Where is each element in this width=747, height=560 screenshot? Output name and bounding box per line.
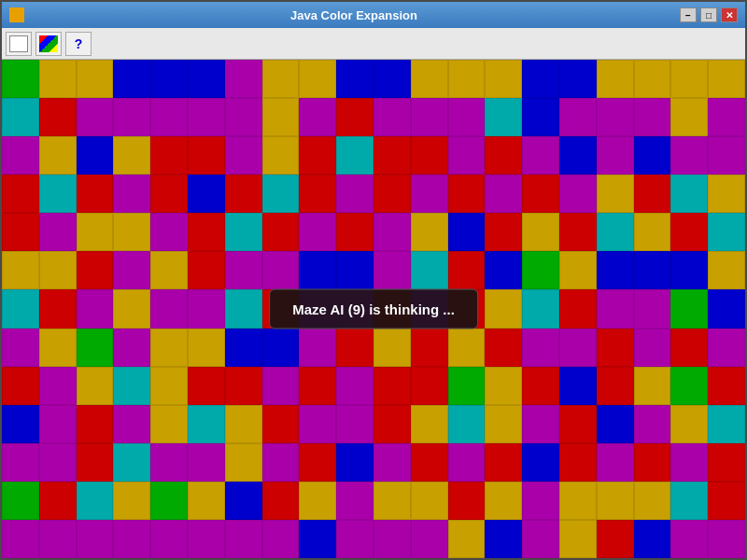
grid-cell[interactable] [374, 136, 411, 175]
grid-cell[interactable] [559, 98, 597, 136]
grid-cell[interactable] [597, 251, 634, 289]
grid-cell[interactable] [39, 329, 77, 367]
grid-cell[interactable] [225, 405, 262, 443]
grid-cell[interactable] [188, 213, 225, 251]
grid-cell[interactable] [2, 251, 39, 289]
grid-cell[interactable] [336, 329, 374, 367]
grid-cell[interactable] [225, 60, 262, 98]
grid-cell[interactable] [670, 482, 708, 520]
grid-cell[interactable] [39, 98, 77, 136]
grid-cell[interactable] [634, 329, 671, 367]
grid-cell[interactable] [597, 367, 634, 405]
grid-cell[interactable] [150, 251, 188, 289]
grid-cell[interactable] [336, 405, 374, 443]
grid-cell[interactable] [670, 251, 708, 289]
grid-cell[interactable] [374, 482, 411, 520]
grid-cell[interactable] [262, 367, 300, 405]
grid-cell[interactable] [77, 136, 114, 175]
grid-cell[interactable] [559, 175, 597, 213]
grid-cell[interactable] [262, 60, 300, 98]
grid-cell[interactable] [262, 520, 300, 558]
grid-cell[interactable] [670, 175, 708, 213]
grid-cell[interactable] [559, 520, 597, 558]
grid-cell[interactable] [634, 98, 671, 136]
grid-cell[interactable] [150, 213, 188, 251]
grid-cell[interactable] [374, 520, 411, 558]
grid-cell[interactable] [708, 520, 745, 558]
grid-cell[interactable] [559, 289, 597, 328]
grid-cell[interactable] [522, 520, 559, 558]
grid-cell[interactable] [77, 175, 114, 213]
grid-cell[interactable] [597, 289, 634, 328]
grid-cell[interactable] [188, 443, 225, 482]
grid-cell[interactable] [485, 443, 522, 482]
grid-cell[interactable] [225, 136, 262, 175]
grid-cell[interactable] [39, 60, 77, 98]
grid-cell[interactable] [559, 443, 597, 482]
grid-cell[interactable] [113, 251, 150, 289]
grid-cell[interactable] [708, 98, 745, 136]
grid-cell[interactable] [225, 482, 262, 520]
help-button[interactable]: ? [65, 32, 92, 56]
grid-cell[interactable] [150, 289, 188, 328]
grid-cell[interactable] [188, 520, 225, 558]
grid-cell[interactable] [225, 367, 262, 405]
grid-cell[interactable] [485, 367, 522, 405]
grid-cell[interactable] [336, 175, 374, 213]
grid-cell[interactable] [670, 136, 708, 175]
grid-cell[interactable] [299, 329, 336, 367]
grid-cell[interactable] [708, 329, 745, 367]
grid-cell[interactable] [485, 251, 522, 289]
grid-cell[interactable] [2, 289, 39, 328]
grid-cell[interactable] [113, 405, 150, 443]
grid-cell[interactable] [150, 175, 188, 213]
grid-cell[interactable] [485, 98, 522, 136]
grid-cell[interactable] [708, 251, 745, 289]
grid-cell[interactable] [113, 482, 150, 520]
grid-cell[interactable] [150, 367, 188, 405]
grid-cell[interactable] [262, 443, 300, 482]
grid-cell[interactable] [634, 213, 671, 251]
grid-cell[interactable] [39, 136, 77, 175]
grid-cell[interactable] [448, 482, 486, 520]
grid-cell[interactable] [670, 405, 708, 443]
grid-cell[interactable] [336, 60, 374, 98]
grid-cell[interactable] [411, 251, 448, 289]
grid-cell[interactable] [77, 251, 114, 289]
grid-cell[interactable] [77, 443, 114, 482]
grid-cell[interactable] [522, 175, 559, 213]
grid-cell[interactable] [262, 136, 300, 175]
grid-cell[interactable] [522, 136, 559, 175]
grid-cell[interactable] [374, 251, 411, 289]
grid-cell[interactable] [336, 251, 374, 289]
grid-cell[interactable] [634, 60, 671, 98]
grid-cell[interactable] [634, 136, 671, 175]
grid-cell[interactable] [448, 98, 486, 136]
grid-cell[interactable] [411, 136, 448, 175]
grid-cell[interactable] [336, 520, 374, 558]
grid-cell[interactable] [522, 289, 559, 328]
grid-cell[interactable] [299, 251, 336, 289]
grid-cell[interactable] [411, 367, 448, 405]
grid-cell[interactable] [670, 213, 708, 251]
grid-cell[interactable] [559, 367, 597, 405]
grid-cell[interactable] [2, 329, 39, 367]
minimize-button[interactable]: − [680, 7, 697, 22]
grid-cell[interactable] [299, 405, 336, 443]
grid-cell[interactable] [485, 60, 522, 98]
grid-cell[interactable] [39, 251, 77, 289]
grid-cell[interactable] [77, 367, 114, 405]
grid-cell[interactable] [522, 329, 559, 367]
grid-cell[interactable] [2, 175, 39, 213]
grid-cell[interactable] [262, 251, 300, 289]
grid-cell[interactable] [411, 443, 448, 482]
grid-cell[interactable] [225, 175, 262, 213]
grid-cell[interactable] [336, 98, 374, 136]
grid-cell[interactable] [2, 60, 39, 98]
grid-cell[interactable] [522, 367, 559, 405]
grid-cell[interactable] [448, 136, 486, 175]
grid-cell[interactable] [485, 520, 522, 558]
grid-cell[interactable] [2, 367, 39, 405]
grid-cell[interactable] [559, 213, 597, 251]
grid-cell[interactable] [150, 136, 188, 175]
